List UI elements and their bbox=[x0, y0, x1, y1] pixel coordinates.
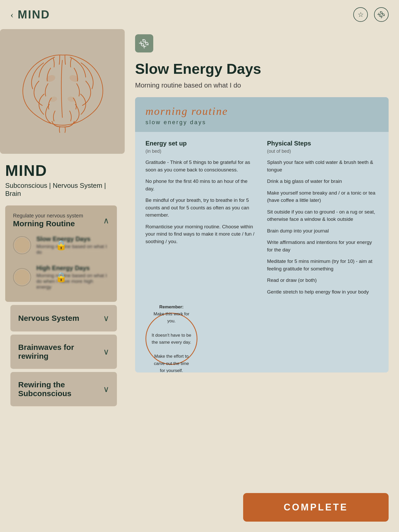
physical-item-4: Sit outside if you can to ground - on a … bbox=[267, 208, 378, 223]
svg-point-0 bbox=[45, 74, 56, 83]
lock-icon-2: 🔒 bbox=[55, 272, 67, 283]
chevron-down-icon-2: ∨ bbox=[103, 347, 109, 357]
accordion-header: Regulate your nervous system Morning Rou… bbox=[13, 213, 109, 228]
content-title: Slow Energy Days bbox=[135, 60, 389, 77]
remember-circle: Remember: Make this work for you. It doe… bbox=[145, 313, 197, 365]
brain-image bbox=[0, 29, 125, 154]
energy-col-title: Energy set up bbox=[145, 140, 257, 147]
link-icon: ⛓ bbox=[376, 9, 387, 20]
routine-card: morning routine slow energy days Energy … bbox=[135, 97, 389, 373]
right-panel: ⛓ Slow Energy Days Morning routine based… bbox=[125, 29, 399, 420]
favorite-button[interactable]: ☆ bbox=[353, 7, 368, 22]
slow-energy-days-item[interactable]: Slow Energy Days Morning routine based o… bbox=[13, 231, 109, 260]
slow-energy-title: Slow Energy Days bbox=[36, 235, 109, 243]
physical-item-3: Make yourself some breaky and / or a ton… bbox=[267, 189, 378, 204]
physical-item-7: Meditate for 5 mins minimum (try for 10)… bbox=[267, 258, 378, 272]
physical-item-1: Splash your face with cold water & brush… bbox=[267, 159, 378, 174]
physical-item-6: Write affirmations and intentions for yo… bbox=[267, 239, 378, 254]
content-subtitle: Morning routine based on what I do bbox=[135, 81, 389, 89]
link-badge[interactable]: ⛓ bbox=[135, 34, 153, 52]
physical-item-5: Brain dump into your journal bbox=[267, 227, 378, 235]
mind-title: MIND bbox=[5, 162, 117, 179]
accordion-small-label: Regulate your nervous system bbox=[13, 213, 83, 219]
accordion-title: Morning Routine bbox=[13, 219, 83, 228]
slow-energy-content: Slow Energy Days Morning routine based o… bbox=[36, 235, 109, 255]
physical-item-9: Gentle stretch to help energy flow in yo… bbox=[267, 288, 378, 296]
physical-col-subtitle: (out of bed) bbox=[267, 149, 378, 154]
nervous-system-title: Nervous System bbox=[18, 314, 79, 323]
rewiring-title: Rewiring the Subconscious bbox=[18, 380, 103, 398]
high-energy-days-item[interactable]: High Energy Days Morning routine based o… bbox=[13, 260, 109, 295]
high-energy-circle bbox=[13, 268, 31, 286]
energy-col-subtitle: (in bed) bbox=[145, 149, 257, 154]
energy-col: Energy set up (in bed) Gratitude - Think… bbox=[145, 140, 257, 300]
lock-icon: 🔒 bbox=[55, 240, 67, 251]
routine-card-title: morning routine bbox=[145, 105, 378, 117]
brainwaves-title: Brainwaves for rewiring bbox=[18, 343, 103, 361]
rewiring-header: Rewiring the Subconscious ∨ bbox=[18, 380, 109, 398]
energy-item-4: Romanticise your morning routine. Choose… bbox=[145, 223, 257, 245]
circle-inner bbox=[14, 237, 30, 253]
remember-line-2: It doesn't have to be the same every day… bbox=[152, 333, 191, 345]
routine-card-subtitle: slow energy days bbox=[145, 119, 378, 126]
routine-card-body: Energy set up (in bed) Gratitude - Think… bbox=[135, 132, 389, 308]
circle-inner-2 bbox=[14, 269, 30, 285]
chevron-up-icon: ∧ bbox=[103, 216, 109, 225]
link-button[interactable]: ⛓ bbox=[374, 7, 389, 22]
high-energy-content: High Energy Days Morning routine based o… bbox=[36, 264, 109, 290]
morning-routine-accordion[interactable]: Regulate your nervous system Morning Rou… bbox=[5, 205, 117, 302]
main-content: MIND Subconscious | Nervous System | Bra… bbox=[0, 29, 399, 420]
routine-card-header: morning routine slow energy days bbox=[135, 97, 389, 132]
left-panel: MIND Subconscious | Nervous System | Bra… bbox=[0, 29, 125, 420]
remember-heading: Remember: bbox=[159, 304, 184, 309]
physical-item-2: Drink a big glass of water for brain bbox=[267, 178, 378, 185]
sub-items: Slow Energy Days Morning routine based o… bbox=[13, 228, 109, 295]
physical-col-title: Physical Steps bbox=[267, 140, 378, 147]
chevron-down-icon-1: ∨ bbox=[103, 313, 109, 323]
svg-point-1 bbox=[69, 74, 79, 83]
svg-point-3 bbox=[67, 96, 76, 103]
energy-item-3: Be mindful of your breath, try to breath… bbox=[145, 197, 257, 219]
rewiring-accordion[interactable]: Rewiring the Subconscious ∨ bbox=[10, 372, 117, 406]
physical-col: Physical Steps (out of bed) Splash your … bbox=[267, 140, 378, 300]
svg-point-2 bbox=[49, 96, 57, 103]
energy-item-1: Gratitude - Think of 5 things to be grat… bbox=[145, 159, 257, 174]
slow-energy-circle bbox=[13, 236, 31, 254]
accordion-labels: Regulate your nervous system Morning Rou… bbox=[13, 213, 83, 228]
bottom-accordions: Nervous System ∨ Brainwaves for rewiring… bbox=[5, 305, 117, 406]
link-badge-icon: ⛓ bbox=[137, 37, 151, 50]
complete-button[interactable]: COMPLETE bbox=[243, 493, 389, 522]
remember-line-1: Make this work for you. bbox=[154, 311, 189, 323]
high-energy-desc: Morning routine based on what I do when … bbox=[36, 273, 109, 290]
brainwaves-accordion[interactable]: Brainwaves for rewiring ∨ bbox=[10, 335, 117, 369]
header-left: ‹ MIND bbox=[10, 8, 50, 21]
chevron-down-icon-3: ∨ bbox=[103, 384, 109, 394]
energy-item-2: No phone for the first 40 mins to an hou… bbox=[145, 178, 257, 192]
remember-container: Remember: Make this work for you. It doe… bbox=[135, 313, 389, 373]
nervous-system-accordion[interactable]: Nervous System ∨ bbox=[10, 305, 117, 331]
remember-line-3: Make the effort to carve out the time fo… bbox=[154, 354, 189, 373]
remember-text: Remember: Make this work for you. It doe… bbox=[151, 303, 191, 373]
star-icon: ☆ bbox=[358, 11, 364, 19]
slow-energy-desc: Morning routine based on what I do bbox=[36, 244, 109, 255]
complete-button-label: COMPLETE bbox=[284, 502, 348, 513]
header-title: MIND bbox=[18, 8, 50, 21]
back-button[interactable]: ‹ bbox=[10, 9, 14, 20]
physical-item-8: Read or draw (or both) bbox=[267, 277, 378, 284]
high-energy-title: High Energy Days bbox=[36, 264, 109, 272]
nervous-system-header: Nervous System ∨ bbox=[18, 313, 109, 323]
header-icons: ☆ ⛓ bbox=[353, 7, 389, 22]
mind-subtitle: Subconscious | Nervous System | Brain bbox=[5, 182, 117, 198]
header: ‹ MIND ☆ ⛓ bbox=[0, 0, 399, 29]
brainwaves-header: Brainwaves for rewiring ∨ bbox=[18, 343, 109, 361]
left-content: MIND Subconscious | Nervous System | Bra… bbox=[0, 154, 125, 406]
